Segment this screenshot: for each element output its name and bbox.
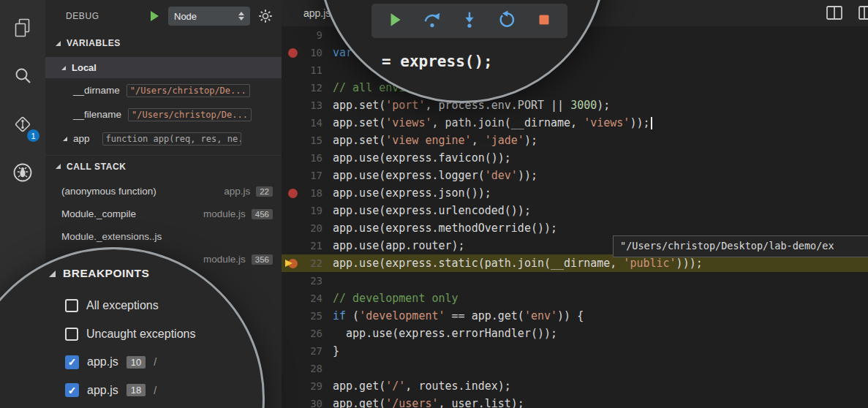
- line-number: 21: [303, 240, 322, 252]
- frame-name: Module._extensions..js: [61, 231, 273, 242]
- breakpoint-margin[interactable]: [282, 307, 303, 325]
- step-over-button[interactable]: [419, 8, 445, 34]
- breakpoint-margin[interactable]: [282, 290, 303, 307]
- search-icon: [12, 66, 33, 86]
- restart-icon: [497, 10, 516, 32]
- activity-search[interactable]: [0, 52, 45, 100]
- frame-file: module.js: [203, 208, 246, 219]
- breakpoint-path: /: [154, 356, 156, 368]
- code-line: 17app.use(express.logger('dev'));: [282, 167, 868, 184]
- callstack-frame[interactable]: (anonymous function)app.js22: [45, 180, 282, 203]
- code-text: app.set('view engine', 'jade');: [322, 134, 537, 147]
- code-text: app.use(express.static(path.join(__dirna…: [322, 257, 703, 270]
- breakpoint-item[interactable]: Uncaught exceptions: [65, 323, 195, 345]
- debug-title: DEBUG: [66, 11, 141, 21]
- line-number: 16: [303, 152, 322, 164]
- line-number: 26: [303, 328, 322, 339]
- breakpoint-item[interactable]: ✓app.js10/: [65, 351, 156, 373]
- code-line: 18app.use(express.json());: [282, 184, 868, 202]
- breakpoint-margin[interactable]: [282, 272, 303, 290]
- breakpoint-margin[interactable]: [282, 167, 303, 184]
- breakpoint-line-badge: 18: [127, 384, 146, 396]
- debug-toolbar: [371, 4, 567, 38]
- split-editor-icon[interactable]: [826, 6, 842, 20]
- breakpoint-margin[interactable]: [282, 395, 303, 408]
- editor-actions-icon[interactable]: [858, 6, 868, 20]
- magnified-code: = express();: [382, 53, 493, 70]
- start-debug-button[interactable]: [149, 10, 160, 22]
- breakpoint-margin[interactable]: [282, 97, 303, 114]
- callstack-title: CALL STACK: [67, 162, 127, 172]
- code-line: 13app.set('port', process.env.PORT || 30…: [282, 97, 868, 114]
- breakpoint-item[interactable]: All exceptions: [65, 295, 159, 317]
- activity-explorer[interactable]: [0, 4, 45, 52]
- breakpoint-margin[interactable]: [282, 202, 303, 219]
- variable-name: __filename: [73, 109, 121, 120]
- play-icon: [149, 10, 160, 22]
- breakpoint-checkbox[interactable]: ✓: [65, 355, 79, 369]
- breakpoint-checkbox[interactable]: [65, 328, 78, 341]
- breakpoint-margin[interactable]: [282, 219, 303, 237]
- debug-config-select[interactable]: Node: [168, 7, 250, 26]
- step-into-button[interactable]: [456, 8, 483, 34]
- frame-line-badge: 456: [252, 209, 273, 219]
- activity-source-control[interactable]: 1: [0, 100, 45, 148]
- variables-section-header[interactable]: VARIABLES: [45, 32, 282, 54]
- breakpoint-margin[interactable]: [282, 377, 303, 395]
- breakpoint-margin[interactable]: [282, 325, 303, 342]
- breakpoint-margin[interactable]: [282, 132, 303, 149]
- code-line: 20app.use(express.methodOverride());: [282, 219, 868, 237]
- variables-list: __dirname"/Users/christop/De...__filenam…: [45, 78, 282, 151]
- variable-value: function app(req, res, ne...: [102, 132, 241, 146]
- code-text: app.use(express.favicon());: [322, 151, 511, 165]
- callstack-frame[interactable]: Module._extensions..js: [45, 225, 282, 248]
- line-number: 9: [303, 29, 322, 41]
- variable-row[interactable]: __dirname"/Users/christop/De...: [45, 78, 282, 102]
- gear-icon[interactable]: [258, 9, 273, 23]
- breakpoint-margin[interactable]: [282, 26, 303, 44]
- variable-row[interactable]: __filename"/Users/christop/De...: [45, 102, 282, 126]
- breakpoint-item[interactable]: ✓app.js18/: [65, 379, 156, 401]
- code-line: 14app.set('views', path.join(__dirname, …: [282, 114, 868, 132]
- breakpoint-margin[interactable]: [282, 149, 303, 167]
- stop-button[interactable]: [531, 8, 557, 34]
- continue-button[interactable]: [382, 8, 408, 34]
- code-area[interactable]: 910var app = express();1112// all enviro…: [282, 26, 868, 408]
- line-number: 30: [303, 398, 322, 408]
- breakpoint-margin[interactable]: [282, 114, 303, 132]
- code-text: app.use(express.errorHandler());: [322, 327, 557, 340]
- variable-row[interactable]: appfunction app(req, res, ne...: [45, 126, 282, 151]
- code-text: app.use(express.logger('dev'));: [322, 169, 537, 182]
- restart-button[interactable]: [494, 8, 520, 34]
- frame-line-badge: 22: [256, 186, 273, 197]
- code-line: 29app.get('/', routes.index);: [282, 377, 868, 395]
- breakpoint-label: app.js: [87, 355, 118, 369]
- breakpoint-margin[interactable]: [282, 237, 303, 254]
- breakpoint-margin[interactable]: [282, 61, 303, 79]
- callstack-frame[interactable]: Module._compilemodule.js456: [45, 203, 282, 225]
- breakpoints-section-header[interactable]: BREAKPOINTS: [49, 267, 149, 280]
- breakpoint-checkbox[interactable]: ✓: [65, 383, 79, 397]
- activity-debug[interactable]: [0, 148, 45, 197]
- stop-icon: [535, 10, 554, 32]
- callstack-section-header[interactable]: CALL STACK: [45, 155, 282, 177]
- debug-config-label: Node: [174, 11, 197, 22]
- breakpoint-margin[interactable]: [282, 254, 303, 272]
- breakpoint-margin[interactable]: [282, 79, 303, 97]
- code-text: app.get('/', routes.index);: [322, 379, 511, 393]
- code-line: 15app.set('view engine', 'jade');: [282, 132, 868, 149]
- variable-name: __dirname: [73, 85, 120, 96]
- code-text: app.use(express.json());: [322, 186, 491, 200]
- breakpoint-margin[interactable]: [282, 342, 303, 360]
- breakpoint-margin[interactable]: [282, 184, 303, 202]
- line-number: 17: [303, 170, 322, 181]
- breakpoint-margin[interactable]: [282, 360, 303, 377]
- breakpoint-margin[interactable]: [282, 44, 303, 61]
- frame-file: app.js: [224, 186, 250, 197]
- explorer-icon: [13, 18, 32, 38]
- scope-local[interactable]: Local: [45, 57, 282, 78]
- continue-icon: [385, 10, 404, 32]
- line-number: 22: [303, 257, 322, 269]
- breakpoint-checkbox[interactable]: [65, 299, 78, 312]
- code-text: app.set('views', path.join(__dirname, 'v…: [322, 116, 652, 129]
